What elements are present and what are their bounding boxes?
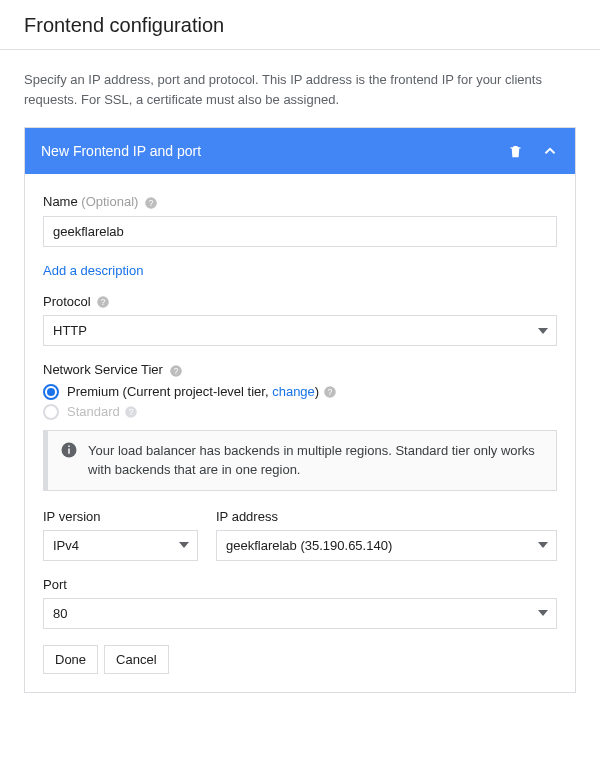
help-icon[interactable]: ? [144, 196, 158, 210]
network-tier-label-text: Network Service Tier [43, 362, 163, 377]
premium-prefix: Premium (Current project-level tier, [67, 384, 272, 399]
caret-down-icon [538, 328, 548, 334]
radio-checked-icon [43, 384, 59, 400]
trash-icon[interactable] [508, 143, 523, 160]
done-button[interactable]: Done [43, 645, 98, 674]
caret-down-icon [538, 610, 548, 616]
port-value: 80 [53, 606, 67, 621]
protocol-value: HTTP [53, 323, 87, 338]
help-icon[interactable]: ? [169, 364, 183, 378]
info-text: Your load balancer has backends in multi… [88, 441, 544, 480]
page-title: Frontend configuration [0, 0, 600, 50]
protocol-label: Protocol ? [43, 294, 557, 310]
svg-rect-11 [68, 448, 70, 453]
svg-text:?: ? [101, 298, 106, 307]
svg-text:?: ? [328, 388, 333, 397]
ip-version-group: IP version IPv4 [43, 509, 198, 561]
ip-version-select[interactable]: IPv4 [43, 530, 198, 561]
ip-row: IP version IPv4 IP address geekflarelab … [43, 509, 557, 561]
page-description: Specify an IP address, port and protocol… [0, 50, 600, 127]
card-header: New Frontend IP and port [25, 128, 575, 174]
ip-address-label: IP address [216, 509, 557, 524]
caret-down-icon [179, 542, 189, 548]
card-body: Name (Optional) ? Add a description Prot… [25, 174, 575, 692]
svg-rect-12 [68, 445, 70, 447]
port-select[interactable]: 80 [43, 598, 557, 629]
cancel-button[interactable]: Cancel [104, 645, 168, 674]
frontend-card: New Frontend IP and port Name (Optional)… [24, 127, 576, 693]
network-tier-group: Network Service Tier ? Premium (Current … [43, 362, 557, 420]
premium-suffix: ) [315, 384, 319, 399]
radio-unchecked-icon [43, 404, 59, 420]
name-field-group: Name (Optional) ? [43, 194, 557, 247]
name-label: Name (Optional) ? [43, 194, 557, 210]
info-box: Your load balancer has backends in multi… [43, 430, 557, 491]
ip-version-value: IPv4 [53, 538, 79, 553]
network-tier-label: Network Service Tier ? [43, 362, 557, 378]
name-input[interactable] [43, 216, 557, 247]
action-buttons: Done Cancel [43, 645, 557, 674]
change-link[interactable]: change [272, 384, 315, 399]
name-label-text: Name [43, 194, 78, 209]
ip-version-label: IP version [43, 509, 198, 524]
port-group: Port 80 [43, 577, 557, 629]
protocol-field-group: Protocol ? HTTP [43, 294, 557, 347]
svg-text:?: ? [173, 367, 178, 376]
caret-down-icon [538, 542, 548, 548]
help-icon: ? [124, 405, 138, 419]
card-header-title: New Frontend IP and port [41, 143, 201, 159]
add-description-row: Add a description [43, 263, 557, 278]
ip-address-select[interactable]: geekflarelab (35.190.65.140) [216, 530, 557, 561]
protocol-select[interactable]: HTTP [43, 315, 557, 346]
add-description-link[interactable]: Add a description [43, 263, 143, 278]
svg-text:?: ? [128, 408, 133, 417]
radio-premium[interactable]: Premium (Current project-level tier, cha… [43, 384, 557, 400]
protocol-label-text: Protocol [43, 294, 91, 309]
standard-label: Standard [67, 404, 120, 419]
ip-address-value: geekflarelab (35.190.65.140) [226, 538, 392, 553]
help-icon[interactable]: ? [96, 295, 110, 309]
info-icon [60, 441, 78, 480]
ip-address-group: IP address geekflarelab (35.190.65.140) [216, 509, 557, 561]
help-icon[interactable]: ? [323, 385, 337, 399]
svg-text:?: ? [149, 198, 154, 207]
radio-standard: Standard ? [43, 404, 557, 420]
port-label: Port [43, 577, 557, 592]
name-optional: (Optional) [81, 194, 138, 209]
collapse-icon[interactable] [541, 142, 559, 160]
